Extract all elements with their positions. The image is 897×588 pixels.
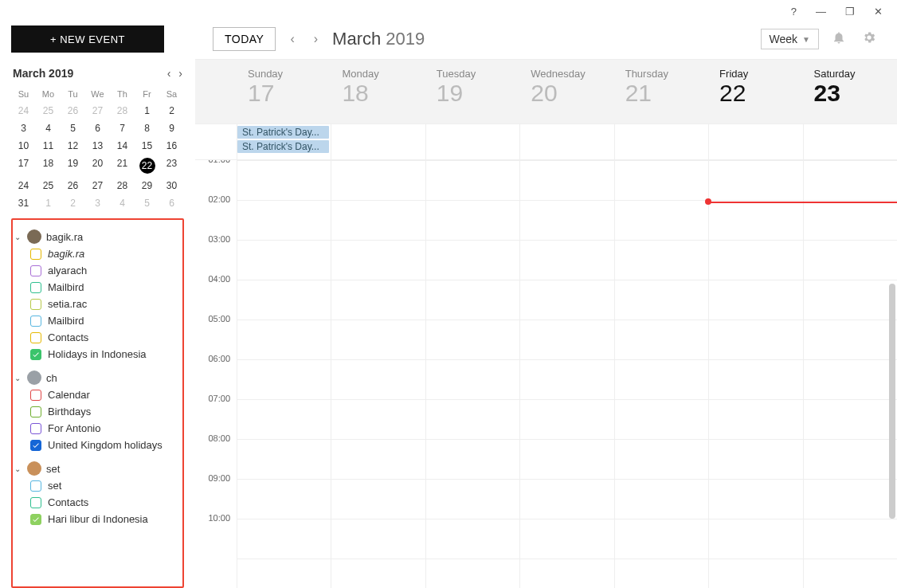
mini-cal-day[interactable]: 14 <box>110 137 135 155</box>
calendar-item[interactable]: set <box>13 477 182 494</box>
mini-cal-day[interactable]: 27 <box>85 102 110 120</box>
calendar-item[interactable]: Calendar <box>13 386 182 403</box>
calendar-checkbox[interactable] <box>30 332 41 343</box>
scrollbar[interactable] <box>889 284 895 519</box>
calendar-checkbox[interactable] <box>30 390 41 401</box>
day-header[interactable]: Monday18 <box>331 60 425 123</box>
calendar-checkbox[interactable] <box>30 249 41 260</box>
next-week-icon[interactable]: › <box>309 29 323 49</box>
mini-cal-day[interactable]: 6 <box>85 120 110 137</box>
prev-week-icon[interactable]: ‹ <box>285 29 299 49</box>
minimize-icon[interactable]: — <box>816 6 826 18</box>
mini-cal-day[interactable]: 6 <box>159 194 184 212</box>
mini-cal-day[interactable]: 24 <box>11 102 36 120</box>
mini-cal-day[interactable]: 9 <box>159 120 184 137</box>
allday-cell[interactable] <box>614 124 708 159</box>
calendar-checkbox[interactable] <box>30 282 41 293</box>
mini-cal-day[interactable]: 23 <box>159 155 184 177</box>
mini-cal-day[interactable]: 21 <box>110 155 135 177</box>
mini-cal-day[interactable]: 18 <box>36 155 61 177</box>
allday-cell[interactable] <box>519 124 613 159</box>
day-column[interactable] <box>803 160 897 588</box>
allday-cell[interactable] <box>803 124 897 159</box>
mini-cal-prev-icon[interactable]: ‹ <box>167 67 171 80</box>
mini-cal-day[interactable]: 2 <box>159 102 184 120</box>
calendar-item[interactable]: United Kingdom holidays <box>13 437 182 453</box>
calendar-item[interactable]: Contacts <box>13 329 182 346</box>
allday-event[interactable]: St. Patrick's Day... <box>237 126 329 139</box>
calendar-item[interactable]: Contacts <box>13 494 182 511</box>
calendar-checkbox[interactable] <box>30 349 41 360</box>
day-header[interactable]: Wednesday20 <box>519 60 613 123</box>
mini-cal-day[interactable]: 1 <box>135 102 159 120</box>
mini-cal-day[interactable]: 2 <box>61 194 85 212</box>
mini-cal-day[interactable]: 5 <box>61 120 85 137</box>
mini-cal-day[interactable]: 3 <box>11 120 36 137</box>
calendar-checkbox[interactable] <box>30 299 41 310</box>
day-column[interactable] <box>519 160 613 588</box>
mini-cal-day[interactable]: 12 <box>61 137 85 155</box>
mini-cal-day[interactable]: 11 <box>36 137 61 155</box>
mini-cal-day[interactable]: 13 <box>85 137 110 155</box>
mini-cal-day[interactable]: 7 <box>110 120 135 137</box>
day-header[interactable]: Saturday23 <box>803 60 897 123</box>
mini-cal-day[interactable]: 19 <box>61 155 85 177</box>
mini-cal-day[interactable]: 28 <box>110 102 135 120</box>
gear-icon[interactable] <box>859 30 879 49</box>
mini-cal-day[interactable]: 22 <box>135 155 159 177</box>
day-header[interactable]: Friday22 <box>708 60 802 123</box>
mini-cal-day[interactable]: 15 <box>135 137 159 155</box>
today-button[interactable]: TODAY <box>213 27 276 51</box>
account-header[interactable]: ⌄set <box>13 460 182 477</box>
mini-cal-day[interactable]: 10 <box>11 137 36 155</box>
mini-cal-day[interactable]: 26 <box>61 102 85 120</box>
close-icon[interactable]: ✕ <box>874 6 883 18</box>
day-column[interactable] <box>425 160 519 588</box>
allday-event[interactable]: St. Patrick's Day... <box>237 140 329 153</box>
calendar-item[interactable]: Mailbird <box>13 279 182 296</box>
calendar-checkbox[interactable] <box>30 440 41 451</box>
mini-cal-day[interactable]: 31 <box>11 194 36 212</box>
mini-cal-day[interactable]: 4 <box>110 194 135 212</box>
calendar-checkbox[interactable] <box>30 480 41 492</box>
calendar-checkbox[interactable] <box>30 423 41 434</box>
allday-cell[interactable]: St. Patrick's Day...St. Patrick's Day... <box>237 124 331 159</box>
mini-cal-day[interactable]: 29 <box>135 177 159 194</box>
mini-cal-next-icon[interactable]: › <box>178 67 182 80</box>
calendar-checkbox[interactable] <box>30 406 41 417</box>
mini-cal-day[interactable]: 4 <box>36 120 61 137</box>
mini-cal-day[interactable]: 16 <box>159 137 184 155</box>
calendar-item[interactable]: Hari libur di Indonesia <box>13 511 182 527</box>
calendar-item[interactable]: Holidays in Indonesia <box>13 346 182 363</box>
maximize-icon[interactable]: ❐ <box>845 6 855 18</box>
calendar-item[interactable]: alyarach <box>13 262 182 279</box>
mini-cal-day[interactable]: 27 <box>85 177 110 194</box>
help-icon[interactable]: ? <box>791 6 797 18</box>
calendar-checkbox[interactable] <box>30 265 41 276</box>
mini-cal-day[interactable]: 20 <box>85 155 110 177</box>
mini-cal-day[interactable]: 5 <box>135 194 159 212</box>
calendar-item[interactable]: Birthdays <box>13 403 182 420</box>
day-column[interactable] <box>237 160 331 588</box>
mini-cal-day[interactable]: 30 <box>159 177 184 194</box>
day-column[interactable] <box>708 160 802 588</box>
calendar-checkbox[interactable] <box>30 497 41 508</box>
day-header[interactable]: Tuesday19 <box>425 60 519 123</box>
day-header[interactable]: Sunday17 <box>237 60 331 123</box>
calendar-item[interactable]: bagik.ra <box>13 245 182 262</box>
bell-icon[interactable] <box>828 30 849 49</box>
calendar-item[interactable]: Mailbird <box>13 312 182 329</box>
calendar-item[interactable]: setia.rac <box>13 296 182 312</box>
mini-cal-day[interactable]: 3 <box>85 194 110 212</box>
mini-cal-day[interactable]: 28 <box>110 177 135 194</box>
day-column[interactable] <box>614 160 708 588</box>
mini-cal-day[interactable]: 1 <box>36 194 61 212</box>
mini-cal-day[interactable]: 8 <box>135 120 159 137</box>
mini-cal-day[interactable]: 25 <box>36 102 61 120</box>
mini-cal-day[interactable]: 24 <box>11 177 36 194</box>
view-dropdown[interactable]: Week▼ <box>761 29 819 49</box>
allday-cell[interactable] <box>425 124 519 159</box>
calendar-checkbox[interactable] <box>30 316 41 327</box>
account-header[interactable]: ⌄bagik.ra <box>13 228 182 245</box>
day-header[interactable]: Thursday21 <box>614 60 708 123</box>
